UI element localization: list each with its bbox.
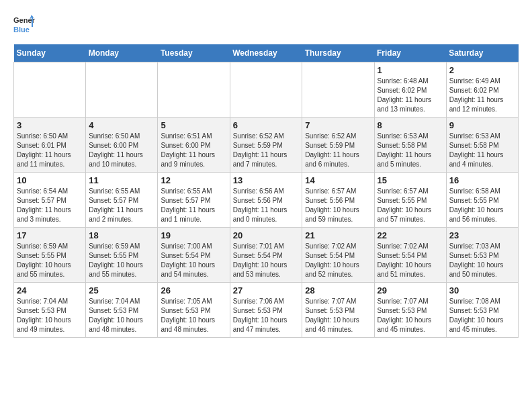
logo: General Blue <box>13 13 35 38</box>
day-number: 20 <box>233 230 300 240</box>
day-info: Sunrise: 6:53 AM Sunset: 5:58 PM Dayligh… <box>378 132 443 169</box>
day-number: 5 <box>161 120 226 130</box>
calendar-cell: 23Sunrise: 7:03 AM Sunset: 5:53 PM Dayli… <box>446 228 518 283</box>
day-info: Sunrise: 7:01 AM Sunset: 5:54 PM Dayligh… <box>233 242 300 279</box>
day-number: 12 <box>161 175 226 185</box>
day-info: Sunrise: 6:55 AM Sunset: 5:57 PM Dayligh… <box>161 187 226 224</box>
calendar-cell: 27Sunrise: 7:06 AM Sunset: 5:53 PM Dayli… <box>230 283 302 338</box>
day-number: 9 <box>449 120 515 130</box>
calendar-cell: 11Sunrise: 6:55 AM Sunset: 5:57 PM Dayli… <box>86 173 158 228</box>
calendar-cell: 13Sunrise: 6:56 AM Sunset: 5:56 PM Dayli… <box>230 173 302 228</box>
calendar-cell: 29Sunrise: 7:07 AM Sunset: 5:53 PM Dayli… <box>374 283 446 338</box>
day-info: Sunrise: 7:08 AM Sunset: 5:53 PM Dayligh… <box>449 297 515 334</box>
calendar-cell: 5Sunrise: 6:51 AM Sunset: 6:00 PM Daylig… <box>158 118 230 173</box>
day-number: 29 <box>378 285 443 295</box>
day-number: 23 <box>449 230 515 240</box>
weekday-header: Wednesday <box>230 44 302 62</box>
calendar-cell: 6Sunrise: 6:52 AM Sunset: 5:59 PM Daylig… <box>230 118 302 173</box>
calendar-cell <box>302 62 374 118</box>
day-number: 3 <box>17 120 83 130</box>
day-info: Sunrise: 6:52 AM Sunset: 5:59 PM Dayligh… <box>233 132 300 169</box>
svg-text:Blue: Blue <box>13 26 30 34</box>
calendar-week-row: 17Sunrise: 6:59 AM Sunset: 5:55 PM Dayli… <box>14 228 519 283</box>
weekday-header: Monday <box>86 44 158 62</box>
day-info: Sunrise: 6:49 AM Sunset: 6:02 PM Dayligh… <box>449 77 515 114</box>
calendar-cell: 20Sunrise: 7:01 AM Sunset: 5:54 PM Dayli… <box>230 228 302 283</box>
weekday-header: Thursday <box>302 44 374 62</box>
calendar-cell: 8Sunrise: 6:53 AM Sunset: 5:58 PM Daylig… <box>374 118 446 173</box>
day-number: 24 <box>17 285 83 295</box>
calendar-cell <box>86 62 158 118</box>
calendar-cell: 28Sunrise: 7:07 AM Sunset: 5:53 PM Dayli… <box>302 283 374 338</box>
day-info: Sunrise: 7:02 AM Sunset: 5:54 PM Dayligh… <box>305 242 371 279</box>
calendar-cell: 4Sunrise: 6:50 AM Sunset: 6:00 PM Daylig… <box>86 118 158 173</box>
calendar-cell: 14Sunrise: 6:57 AM Sunset: 5:56 PM Dayli… <box>302 173 374 228</box>
day-info: Sunrise: 6:59 AM Sunset: 5:55 PM Dayligh… <box>17 242 83 279</box>
logo-svg: General Blue <box>13 13 35 38</box>
calendar-cell: 25Sunrise: 7:04 AM Sunset: 5:53 PM Dayli… <box>86 283 158 338</box>
day-number: 25 <box>89 285 154 295</box>
day-info: Sunrise: 6:52 AM Sunset: 5:59 PM Dayligh… <box>305 132 371 169</box>
calendar-table: SundayMondayTuesdayWednesdayThursdayFrid… <box>13 44 519 338</box>
day-number: 18 <box>89 230 154 240</box>
calendar-cell <box>14 62 86 118</box>
day-info: Sunrise: 6:48 AM Sunset: 6:02 PM Dayligh… <box>378 77 443 114</box>
calendar-cell: 10Sunrise: 6:54 AM Sunset: 5:57 PM Dayli… <box>14 173 86 228</box>
day-info: Sunrise: 6:57 AM Sunset: 5:56 PM Dayligh… <box>305 187 371 224</box>
weekday-header: Sunday <box>14 44 86 62</box>
day-info: Sunrise: 6:50 AM Sunset: 6:00 PM Dayligh… <box>89 132 154 169</box>
calendar-cell <box>230 62 302 118</box>
day-number: 17 <box>17 230 83 240</box>
day-info: Sunrise: 7:07 AM Sunset: 5:53 PM Dayligh… <box>305 297 371 334</box>
day-info: Sunrise: 6:51 AM Sunset: 6:00 PM Dayligh… <box>161 132 226 169</box>
calendar-cell: 24Sunrise: 7:04 AM Sunset: 5:53 PM Dayli… <box>14 283 86 338</box>
day-number: 6 <box>233 120 300 130</box>
day-info: Sunrise: 6:50 AM Sunset: 6:01 PM Dayligh… <box>17 132 83 169</box>
day-info: Sunrise: 7:02 AM Sunset: 5:54 PM Dayligh… <box>378 242 443 279</box>
day-info: Sunrise: 7:03 AM Sunset: 5:53 PM Dayligh… <box>449 242 515 279</box>
calendar-cell: 1Sunrise: 6:48 AM Sunset: 6:02 PM Daylig… <box>374 62 446 118</box>
day-number: 15 <box>378 175 443 185</box>
calendar-cell: 19Sunrise: 7:00 AM Sunset: 5:54 PM Dayli… <box>158 228 230 283</box>
calendar-cell: 2Sunrise: 6:49 AM Sunset: 6:02 PM Daylig… <box>446 62 518 118</box>
weekday-header: Tuesday <box>158 44 230 62</box>
day-info: Sunrise: 7:04 AM Sunset: 5:53 PM Dayligh… <box>17 297 83 334</box>
day-number: 19 <box>161 230 226 240</box>
day-info: Sunrise: 6:59 AM Sunset: 5:55 PM Dayligh… <box>89 242 154 279</box>
day-number: 2 <box>449 65 515 75</box>
calendar-week-row: 24Sunrise: 7:04 AM Sunset: 5:53 PM Dayli… <box>14 283 519 338</box>
weekday-header: Friday <box>374 44 446 62</box>
calendar-week-row: 3Sunrise: 6:50 AM Sunset: 6:01 PM Daylig… <box>14 118 519 173</box>
calendar-week-row: 10Sunrise: 6:54 AM Sunset: 5:57 PM Dayli… <box>14 173 519 228</box>
day-number: 27 <box>233 285 300 295</box>
day-number: 16 <box>449 175 515 185</box>
day-info: Sunrise: 6:54 AM Sunset: 5:57 PM Dayligh… <box>17 187 83 224</box>
day-number: 28 <box>305 285 371 295</box>
day-number: 7 <box>305 120 371 130</box>
calendar-cell: 16Sunrise: 6:58 AM Sunset: 5:55 PM Dayli… <box>446 173 518 228</box>
day-number: 1 <box>378 65 443 75</box>
day-info: Sunrise: 6:58 AM Sunset: 5:55 PM Dayligh… <box>449 187 515 224</box>
calendar-cell: 26Sunrise: 7:05 AM Sunset: 5:53 PM Dayli… <box>158 283 230 338</box>
day-info: Sunrise: 7:05 AM Sunset: 5:53 PM Dayligh… <box>161 297 226 334</box>
weekday-header: Saturday <box>446 44 518 62</box>
calendar-cell: 12Sunrise: 6:55 AM Sunset: 5:57 PM Dayli… <box>158 173 230 228</box>
day-number: 8 <box>378 120 443 130</box>
day-info: Sunrise: 6:57 AM Sunset: 5:55 PM Dayligh… <box>378 187 443 224</box>
day-number: 11 <box>89 175 154 185</box>
calendar-cell <box>158 62 230 118</box>
day-number: 14 <box>305 175 371 185</box>
day-number: 22 <box>378 230 443 240</box>
page-header: General Blue <box>13 13 519 38</box>
day-info: Sunrise: 7:04 AM Sunset: 5:53 PM Dayligh… <box>89 297 154 334</box>
day-number: 13 <box>233 175 300 185</box>
calendar-cell: 18Sunrise: 6:59 AM Sunset: 5:55 PM Dayli… <box>86 228 158 283</box>
calendar-cell: 17Sunrise: 6:59 AM Sunset: 5:55 PM Dayli… <box>14 228 86 283</box>
day-info: Sunrise: 7:00 AM Sunset: 5:54 PM Dayligh… <box>161 242 226 279</box>
day-number: 26 <box>161 285 226 295</box>
calendar-week-row: 1Sunrise: 6:48 AM Sunset: 6:02 PM Daylig… <box>14 62 519 118</box>
day-info: Sunrise: 7:07 AM Sunset: 5:53 PM Dayligh… <box>378 297 443 334</box>
day-info: Sunrise: 7:06 AM Sunset: 5:53 PM Dayligh… <box>233 297 300 334</box>
header-row: SundayMondayTuesdayWednesdayThursdayFrid… <box>14 44 519 62</box>
calendar-cell: 15Sunrise: 6:57 AM Sunset: 5:55 PM Dayli… <box>374 173 446 228</box>
